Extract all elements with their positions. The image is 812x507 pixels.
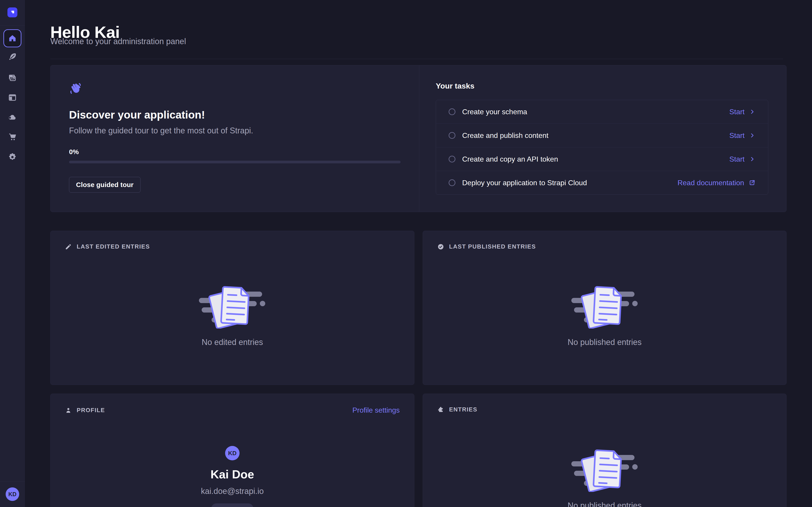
feather-pen-icon <box>8 52 17 61</box>
chevron-right-icon <box>749 109 755 115</box>
entries-widget: ENTRIES No published entries <box>423 394 786 507</box>
guided-tour-title: Discover your application! <box>69 109 419 121</box>
strapi-logo-icon <box>9 9 16 16</box>
widget-header-label: ENTRIES <box>449 406 477 413</box>
check-circle-icon <box>437 243 444 250</box>
empty-state: No published entries <box>423 250 786 347</box>
waving-hand-icon <box>69 82 82 95</box>
tasks-section: Your tasks Create your schema Start Crea… <box>419 65 786 212</box>
empty-state: No published entries <box>423 413 786 507</box>
home-icon <box>8 34 17 43</box>
widget-header: ENTRIES <box>423 394 786 413</box>
sidebar-divider-top <box>0 25 25 25</box>
widget-header: LAST EDITED ENTRIES <box>51 231 414 250</box>
task-status-circle <box>449 108 455 115</box>
guided-tour-section: Discover your application! Follow the gu… <box>51 65 419 212</box>
empty-documents-illustration <box>571 447 639 492</box>
task-start-link[interactable]: Start <box>729 108 755 116</box>
profile-widget: PROFILE Profile settings KD Kai Doe kai.… <box>50 394 414 507</box>
task-row-create-api-token[interactable]: Create and copy an API token Start <box>436 147 768 171</box>
guided-tour-card: Discover your application! Follow the gu… <box>50 65 786 212</box>
empty-state: No edited entries <box>51 250 414 347</box>
widget-header-label: PROFILE <box>77 407 105 414</box>
task-row-create-publish-content[interactable]: Create and publish content Start <box>436 123 768 147</box>
chevron-right-icon <box>749 132 755 138</box>
task-row-create-schema[interactable]: Create your schema Start <box>436 100 768 123</box>
user-avatar[interactable]: KD <box>6 488 19 501</box>
profile-body: KD Kai Doe kai.doe@strapi.io <box>51 414 414 507</box>
task-label: Deploy your application to Strapi Cloud <box>462 179 587 187</box>
tasks-list: Create your schema Start Create and publ… <box>436 100 768 195</box>
task-row-deploy-strapi-cloud[interactable]: Deploy your application to Strapi Cloud … <box>436 171 768 194</box>
sidebar-item-home[interactable] <box>3 29 21 47</box>
progress-label: 0% <box>69 148 419 156</box>
profile-avatar: KD <box>225 446 240 460</box>
sidebar-item-media-library[interactable] <box>7 73 17 83</box>
progress-bar <box>69 161 401 163</box>
sidebar-divider-bottom <box>0 482 25 482</box>
task-action-label: Start <box>729 108 745 116</box>
task-start-link[interactable]: Start <box>729 131 755 140</box>
tasks-title: Your tasks <box>436 81 768 90</box>
pencil-icon <box>65 243 72 250</box>
widget-header: PROFILE Profile settings <box>51 394 414 414</box>
profile-email: kai.doe@strapi.io <box>201 487 264 496</box>
page-subtitle: Welcome to your administration panel <box>50 37 186 46</box>
task-label: Create and copy an API token <box>462 155 558 163</box>
widget-header-label: LAST EDITED ENTRIES <box>77 243 150 250</box>
sidebar-item-cloud[interactable] <box>7 112 17 122</box>
empty-documents-illustration <box>571 283 639 329</box>
guided-tour-description: Follow the guided tour to get the most o… <box>69 126 419 135</box>
header-divider <box>50 59 783 59</box>
task-label: Create your schema <box>462 108 527 116</box>
task-action-label: Read documentation <box>677 179 744 187</box>
person-icon <box>65 407 72 414</box>
sidebar-item-content-manager[interactable] <box>7 52 17 62</box>
sidebar-item-marketplace[interactable] <box>7 132 17 142</box>
task-start-link[interactable]: Start <box>729 155 755 163</box>
close-guided-tour-button[interactable]: Close guided tour <box>69 177 141 193</box>
widget-header: LAST PUBLISHED ENTRIES <box>423 231 786 250</box>
empty-state-text: No edited entries <box>202 338 263 347</box>
empty-state-text: No published entries <box>567 501 642 507</box>
puzzle-piece-icon <box>437 406 444 413</box>
last-edited-entries-widget: LAST EDITED ENTRIES No edited entries <box>50 231 414 385</box>
task-label: Create and publish content <box>462 131 548 140</box>
profile-settings-link[interactable]: Profile settings <box>352 406 400 414</box>
empty-state-text: No published entries <box>567 338 642 347</box>
layout-icon <box>8 93 17 102</box>
strapi-admin-dashboard: KD Hello Kai Welcome to your administrat… <box>0 0 812 507</box>
chevron-right-icon <box>749 156 755 162</box>
profile-name: Kai Doe <box>210 467 254 481</box>
widget-header-label: LAST PUBLISHED ENTRIES <box>449 243 536 250</box>
sidebar-item-content-type-builder[interactable] <box>7 93 17 102</box>
empty-documents-illustration <box>199 283 266 329</box>
task-status-circle <box>449 156 455 163</box>
read-documentation-link[interactable]: Read documentation <box>677 179 755 187</box>
images-icon <box>8 73 17 82</box>
last-published-entries-widget: LAST PUBLISHED ENTRIES No published entr… <box>423 231 786 385</box>
widgets-grid: LAST EDITED ENTRIES No edited entries LA… <box>50 231 786 507</box>
external-link-icon <box>749 179 755 186</box>
task-action-label: Start <box>729 155 745 163</box>
sidebar-item-settings[interactable] <box>7 152 17 162</box>
sidebar: KD <box>0 0 25 507</box>
task-status-circle <box>449 179 455 186</box>
strapi-logo-button[interactable] <box>7 7 17 17</box>
shopping-cart-icon <box>8 132 17 141</box>
gear-icon <box>8 153 17 162</box>
cloud-icon <box>8 113 17 122</box>
task-action-label: Start <box>729 131 745 140</box>
profile-role-badge <box>211 503 253 507</box>
task-status-circle <box>449 132 455 139</box>
